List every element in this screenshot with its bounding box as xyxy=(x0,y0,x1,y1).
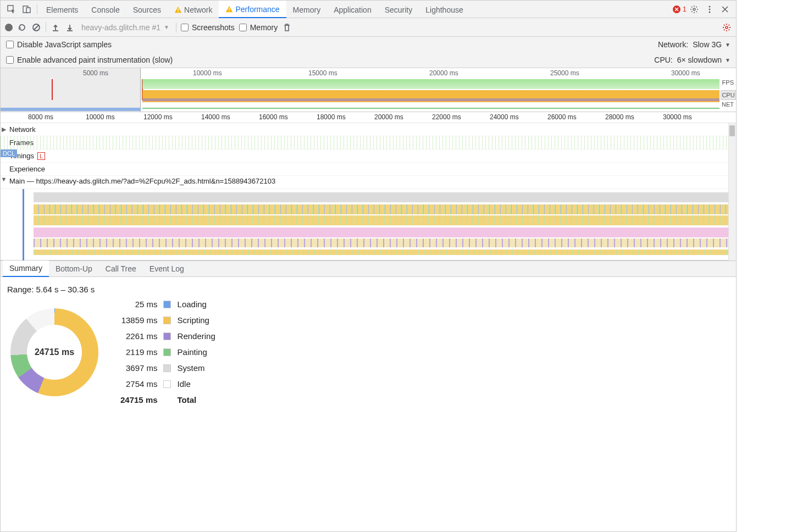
overview-label-cpu: CPU xyxy=(721,90,736,100)
legend-label: Rendering xyxy=(178,331,215,341)
track-timings[interactable]: DCL Timings L xyxy=(1,149,736,163)
overview-marker xyxy=(52,79,53,100)
expand-arrow-icon[interactable]: ▶ xyxy=(1,126,7,133)
checkbox-label: Enable advanced paint instrumentation (s… xyxy=(17,56,173,64)
checkbox-label: Disable JavaScript samples xyxy=(17,40,112,49)
main-label: Main — xyxy=(9,177,36,185)
device-toolbar-icon[interactable] xyxy=(19,2,35,17)
svg-point-16 xyxy=(726,26,728,29)
tab-call-tree[interactable]: Call Tree xyxy=(99,261,143,277)
network-throttle-select[interactable]: Slow 3G▼ xyxy=(693,40,730,49)
summary-donut-chart: 24715 ms xyxy=(10,308,98,396)
tab-lighthouse[interactable]: Lighthouse xyxy=(419,1,470,18)
more-menu-icon[interactable] xyxy=(702,2,717,17)
capture-settings-gear-icon[interactable] xyxy=(722,23,732,32)
enable-paint-instrumentation-checkbox[interactable]: Enable advanced paint instrumentation (s… xyxy=(6,56,173,64)
ruler-tick: 30000 ms xyxy=(663,113,692,121)
track-network[interactable]: ▶ Network xyxy=(1,123,736,136)
tab-label: Summary xyxy=(9,264,42,273)
record-button[interactable] xyxy=(5,24,13,31)
track-label: Network xyxy=(7,124,38,135)
ruler-tick: 14000 ms xyxy=(201,113,230,121)
tab-sources[interactable]: Sources xyxy=(126,1,168,18)
flame-row-composite[interactable] xyxy=(34,250,729,255)
tab-summary[interactable]: Summary xyxy=(3,261,49,277)
tab-console[interactable]: Console xyxy=(85,1,126,18)
overview-tick: 10000 ms xyxy=(193,69,222,77)
network-throttle-label: Network: xyxy=(658,40,688,49)
tab-elements[interactable]: Elements xyxy=(40,1,85,18)
capture-options: Disable JavaScript samples Network: Slow… xyxy=(1,37,736,68)
select-value: 6× slowdown xyxy=(677,56,722,64)
overview-label-fps: FPS xyxy=(721,79,735,86)
swatch-system xyxy=(163,364,171,372)
legend-label: Painting xyxy=(178,347,215,357)
overview-tick: 15000 ms xyxy=(308,69,337,77)
settings-gear-icon[interactable] xyxy=(687,2,702,17)
fps-strip xyxy=(142,79,719,89)
overview-tick: 30000 ms xyxy=(671,69,700,77)
tab-application[interactable]: Application xyxy=(327,1,378,18)
dcl-badge: DCL xyxy=(1,149,17,157)
separator xyxy=(37,4,37,14)
ruler-tick: 16000 ms xyxy=(259,113,288,121)
legend-label: Scripting xyxy=(178,315,215,325)
save-profile-icon[interactable] xyxy=(65,23,75,32)
tab-network[interactable]: Network xyxy=(168,1,219,18)
scroll-thumb[interactable] xyxy=(729,125,735,136)
tab-label: Performance xyxy=(235,5,279,14)
screenshots-checkbox[interactable]: Screenshots xyxy=(181,23,235,32)
timeline-ruler[interactable]: 8000 ms 10000 ms 12000 ms 14000 ms 16000… xyxy=(1,112,736,123)
flame-row-paint[interactable] xyxy=(34,239,729,247)
inspect-element-icon[interactable] xyxy=(4,2,19,17)
svg-rect-2 xyxy=(26,8,30,13)
svg-rect-3 xyxy=(178,8,178,10)
tab-security[interactable]: Security xyxy=(378,1,419,18)
ruler-tick: 24000 ms xyxy=(490,113,519,121)
tab-label: Security xyxy=(385,5,413,14)
close-icon[interactable] xyxy=(717,2,733,17)
tab-performance[interactable]: Performance xyxy=(219,1,286,18)
tab-memory[interactable]: Memory xyxy=(286,1,328,18)
collapse-arrow-icon[interactable]: ▼ xyxy=(1,176,7,182)
legend-value: 2754 ms xyxy=(120,379,158,389)
tab-label: Application xyxy=(334,5,372,14)
range-text: Range: 5.64 s – 30.36 s xyxy=(7,285,729,294)
garbage-collect-icon[interactable] xyxy=(282,23,292,32)
timeline-overview[interactable]: 5000 ms 10000 ms 15000 ms 20000 ms 25000… xyxy=(1,68,736,112)
swatch-rendering xyxy=(163,332,171,340)
cpu-throttle-select[interactable]: 6× slowdown▼ xyxy=(677,56,730,64)
tab-bottom-up[interactable]: Bottom-Up xyxy=(49,261,99,277)
swatch-scripting xyxy=(163,317,171,324)
svg-point-11 xyxy=(709,11,711,13)
flame-row-layout[interactable] xyxy=(34,228,729,237)
vertical-scrollbar[interactable] xyxy=(728,123,736,261)
clear-icon[interactable] xyxy=(31,23,41,32)
flame-row-scripting[interactable] xyxy=(34,204,729,214)
net-strip xyxy=(142,108,719,109)
tab-label: Bottom-Up xyxy=(56,264,92,273)
svg-rect-5 xyxy=(229,8,230,10)
legend-value-total: 24715 ms xyxy=(120,395,158,404)
track-frames[interactable]: Frames xyxy=(1,136,736,149)
devtools-tab-strip: Elements Console Sources Network Perform… xyxy=(1,1,736,18)
overview-label-net: NET xyxy=(721,101,735,108)
target-selector[interactable]: heavy-ads.glitch.me #1 ▼ xyxy=(79,23,171,32)
load-profile-icon[interactable] xyxy=(51,23,60,32)
overview-selection[interactable] xyxy=(1,68,141,112)
error-count-badge[interactable]: 1 xyxy=(673,5,687,13)
track-main[interactable]: ▼ Main — https://heavy-ads.glitch.me/?ad… xyxy=(1,176,736,189)
disable-js-samples-checkbox[interactable]: Disable JavaScript samples xyxy=(6,40,112,49)
overview-tick: 20000 ms xyxy=(429,69,458,77)
donut-total-label: 24715 ms xyxy=(10,308,98,396)
tab-event-log[interactable]: Event Log xyxy=(143,261,191,277)
frames-strip xyxy=(1,136,736,149)
flame-row-scripting[interactable] xyxy=(34,215,729,225)
flame-row-task[interactable] xyxy=(34,192,729,202)
memory-checkbox[interactable]: Memory xyxy=(239,23,278,32)
tab-label: Event Log xyxy=(150,264,184,273)
reload-icon[interactable] xyxy=(17,23,27,32)
track-experience[interactable]: Experience xyxy=(1,163,736,176)
legend-label: Loading xyxy=(178,300,215,309)
flame-chart[interactable] xyxy=(1,189,736,261)
